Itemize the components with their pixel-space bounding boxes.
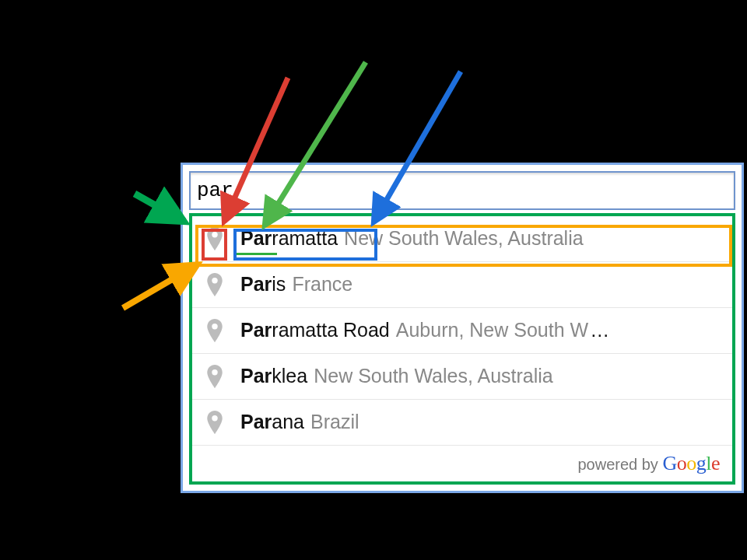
map-pin-icon bbox=[206, 273, 223, 296]
search-field-wrap bbox=[189, 171, 735, 210]
svg-point-1 bbox=[212, 278, 217, 283]
autocomplete-panel: Parramatta New South Wales, Australia Pa… bbox=[181, 163, 744, 493]
suggestion-secondary-text: France bbox=[292, 273, 352, 296]
svg-point-2 bbox=[212, 324, 217, 329]
suggestion-secondary-text: Auburn, New South W bbox=[396, 319, 588, 341]
suggestion-rest: ramatta Road bbox=[272, 319, 389, 341]
svg-point-0 bbox=[212, 232, 217, 237]
map-pin-icon bbox=[206, 411, 223, 434]
suggestion-main-text: Paris bbox=[240, 273, 286, 296]
svg-line-8 bbox=[135, 194, 184, 222]
suggestion-rest: is bbox=[272, 273, 286, 295]
map-pin-icon bbox=[206, 365, 223, 388]
search-input[interactable] bbox=[195, 174, 729, 207]
suggestion-secondary-text: New South Wales, Australia bbox=[314, 365, 553, 387]
suggestion-main-text: Parana bbox=[240, 411, 304, 433]
svg-point-4 bbox=[212, 415, 217, 421]
suggestion-secondary-text: New South Wales, Australia bbox=[344, 227, 584, 250]
suggestion-match-bold: Par bbox=[240, 273, 272, 295]
suggestion-match-bold: Par bbox=[240, 365, 272, 387]
suggestion-item[interactable]: Parramatta Road Auburn, New South W… bbox=[192, 308, 732, 354]
annotation-bold-underline bbox=[237, 235, 277, 255]
suggestion-secondary-text: Brazil bbox=[310, 411, 359, 433]
suggestion-main-text: Parramatta Road bbox=[240, 319, 390, 341]
map-pin-icon bbox=[206, 227, 223, 250]
suggestion-item[interactable]: Parana Brazil bbox=[192, 400, 732, 446]
suggestion-rest: ana bbox=[272, 411, 304, 432]
suggestion-rest: klea bbox=[272, 365, 307, 387]
suggestion-rest: ramatta bbox=[272, 227, 338, 249]
ellipsis: … bbox=[590, 319, 610, 341]
attribution-prefix: powered by bbox=[577, 456, 662, 473]
suggestion-item[interactable]: Parklea New South Wales, Australia bbox=[192, 354, 732, 400]
suggestion-main-text: Parklea bbox=[240, 365, 307, 387]
suggestion-item[interactable]: Paris France bbox=[192, 262, 732, 308]
google-logo: Google bbox=[662, 452, 720, 474]
suggestion-match-bold: Par bbox=[240, 411, 272, 432]
attribution: powered by Google bbox=[192, 446, 732, 481]
map-pin-icon bbox=[206, 319, 223, 342]
suggestion-match-bold: Par bbox=[240, 319, 272, 341]
svg-point-3 bbox=[212, 369, 217, 375]
